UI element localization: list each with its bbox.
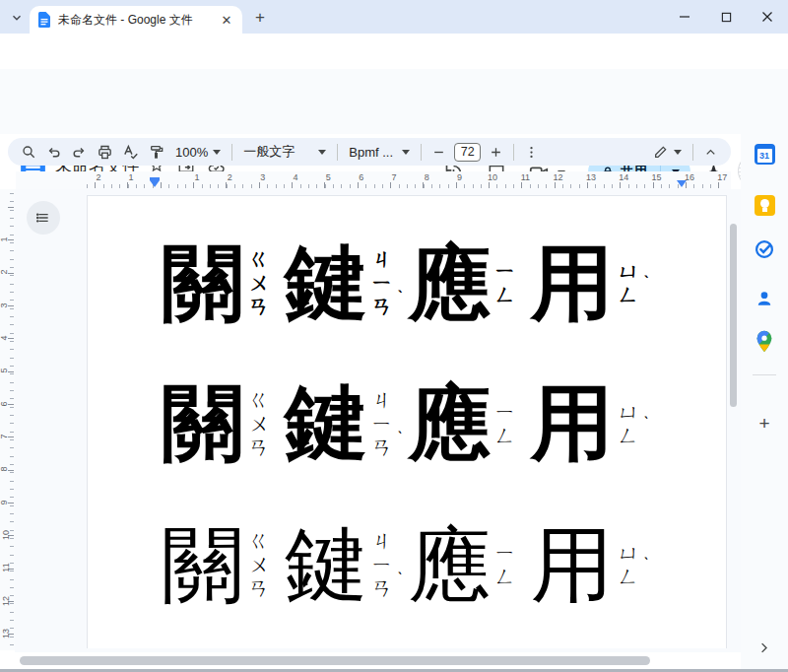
bopomofo-glyph: ㄍ: [247, 247, 271, 271]
undo-button[interactable]: [41, 140, 66, 165]
horizontal-ruler[interactable]: 211234567891011121314151617: [16, 171, 731, 189]
tone-mark: ˋ: [643, 555, 649, 574]
bopomofo-glyph: ㄥ: [617, 565, 640, 588]
chevron-down-icon: [10, 11, 24, 25]
contacts-icon: [755, 289, 774, 308]
hanzi-char: 用: [531, 241, 614, 324]
toolbar-divider: [513, 144, 514, 161]
show-outline-button[interactable]: [27, 201, 60, 235]
toolbar-overflow-button[interactable]: [519, 140, 544, 165]
hanzi-char: 應: [408, 382, 491, 465]
bopomofo-glyph: ㄍ: [247, 529, 271, 553]
print-button[interactable]: [93, 140, 117, 165]
bopomofo-glyph: ㄢ: [370, 576, 394, 600]
spellcheck-button[interactable]: [118, 140, 143, 165]
hanzi-char: 關: [162, 382, 244, 465]
syllable: 關ㄍㄨㄢ: [162, 241, 271, 324]
horizontal-scrollbar[interactable]: [20, 656, 650, 665]
caret-down-icon: [674, 150, 682, 155]
paint-format-button[interactable]: [144, 140, 168, 165]
right-indent-marker[interactable]: [677, 180, 687, 187]
ruler-number: 6: [359, 172, 363, 182]
browser-tab[interactable]: 未命名文件 - Google 文件 ✕: [30, 6, 242, 34]
bopomofo-ruby: ㄧㄥ: [493, 400, 517, 447]
ruler-number: 9: [0, 500, 9, 504]
bopomofo-glyph: ㄥ: [617, 283, 640, 306]
bopomofo-glyph: ㄩ: [617, 541, 640, 565]
toolbar-divider: [421, 144, 422, 161]
caret-down-icon: [318, 150, 326, 155]
close-window-button[interactable]: [747, 0, 788, 34]
increase-font-size-button[interactable]: [484, 140, 508, 165]
hanzi-char: 關: [162, 241, 244, 324]
document-page[interactable]: 關ㄍㄨㄢ鍵ㄐㄧㄢˋ應ㄧㄥ用ㄩㄥˋ關ㄍㄨㄢ鍵ㄐㄧㄢˋ應ㄧㄥ用ㄩㄥˋ關ㄍㄨㄢ鍵ㄐㄧㄢ…: [87, 195, 727, 648]
plus-icon: [490, 146, 502, 159]
doc-line: 關ㄍㄨㄢ鍵ㄐㄧㄢˋ應ㄧㄥ用ㄩㄥˋ: [88, 353, 726, 494]
bopomofo-glyph: ㄐ: [370, 388, 394, 412]
bopomofo-glyph: ㄥ: [493, 283, 517, 306]
undo-icon: [45, 144, 62, 161]
maximize-button[interactable]: [705, 0, 747, 34]
zoom-select[interactable]: 100%: [169, 140, 227, 165]
minus-icon: [432, 146, 445, 159]
search-icon: [21, 144, 36, 160]
redo-button[interactable]: [67, 140, 92, 165]
ruler-number: 15: [652, 172, 662, 182]
hanzi-char: 鍵: [285, 523, 367, 606]
redo-icon: [71, 144, 88, 161]
tasks-icon: [754, 238, 775, 260]
editing-mode-select[interactable]: [647, 140, 688, 165]
tone-mark: ˋ: [643, 273, 649, 293]
show-side-panel-button[interactable]: [751, 635, 776, 660]
syllable: 鍵ㄐㄧㄢˋ: [285, 382, 394, 465]
docs-header: 未命名文件 檔案 編輯 查看 插入 格式 工具 擴充功能 說明 共: [0, 69, 788, 134]
bopomofo-glyph: ㄢ: [370, 295, 394, 318]
bopomofo-glyph: ㄨ: [247, 553, 271, 576]
ruler-number: 4: [0, 335, 9, 340]
ruler-number: 13: [1, 629, 11, 638]
contacts-app-button[interactable]: [754, 287, 775, 310]
vertical-ruler[interactable]: 12345678910111213: [0, 189, 15, 650]
zoom-value: 100%: [175, 145, 208, 160]
minimize-icon: [679, 11, 690, 23]
tab-search-button[interactable]: [6, 7, 28, 29]
syllable: 關ㄍㄨㄢ: [162, 382, 271, 465]
paragraph-style-select[interactable]: 一般文字: [237, 140, 332, 165]
ruler-number: 2: [0, 270, 9, 275]
outline-list-icon: [35, 210, 51, 226]
decrease-font-size-button[interactable]: [427, 140, 451, 165]
keep-app-button[interactable]: [754, 193, 775, 217]
font-select[interactable]: Bpmf ...: [343, 140, 416, 165]
bopomofo-ruby: ㄧㄥ: [493, 259, 517, 306]
document-canvas: 關ㄍㄨㄢ鍵ㄐㄧㄢˋ應ㄧㄥ用ㄩㄥˋ關ㄍㄨㄢ鍵ㄐㄧㄢˋ應ㄧㄥ用ㄩㄥˋ關ㄍㄨㄢ鍵ㄐㄧㄢ…: [15, 189, 741, 656]
search-menus-button[interactable]: [16, 140, 40, 165]
minimize-button[interactable]: [664, 0, 705, 34]
bopomofo-glyph: ㄢ: [247, 295, 271, 318]
bopomofo-glyph: ㄧ: [370, 271, 394, 295]
hide-menus-button[interactable]: [698, 140, 723, 165]
tasks-app-button[interactable]: [754, 237, 775, 261]
side-panel: 31 +: [741, 134, 788, 669]
maps-icon: [755, 330, 774, 353]
new-tab-button[interactable]: +: [250, 8, 270, 28]
maps-app-button[interactable]: [754, 329, 775, 353]
left-indent-marker[interactable]: [150, 180, 160, 187]
add-addon-button[interactable]: +: [753, 412, 776, 436]
bopomofo-glyph: ㄩ: [617, 259, 640, 283]
font-size-input[interactable]: 72: [454, 143, 481, 162]
ruler-number: 11: [521, 172, 530, 182]
spellcheck-icon: [122, 144, 139, 161]
bopomofo-ruby: ㄍㄨㄢ: [247, 529, 271, 600]
ruler-number: 6: [0, 401, 9, 406]
ruler-number: 7: [391, 172, 396, 182]
toolbar-divider: [337, 144, 338, 161]
calendar-app-button[interactable]: 31: [754, 142, 775, 166]
hanzi-char: 關: [162, 523, 244, 606]
tab-close-button[interactable]: ✕: [219, 12, 234, 28]
vertical-scrollbar[interactable]: [730, 224, 737, 407]
print-icon: [97, 144, 113, 161]
bopomofo-glyph: ㄐ: [370, 529, 394, 553]
bopomofo-glyph: ㄩ: [617, 400, 640, 424]
hanzi-char: 用: [531, 523, 614, 606]
ruler-number: 1: [194, 172, 199, 182]
